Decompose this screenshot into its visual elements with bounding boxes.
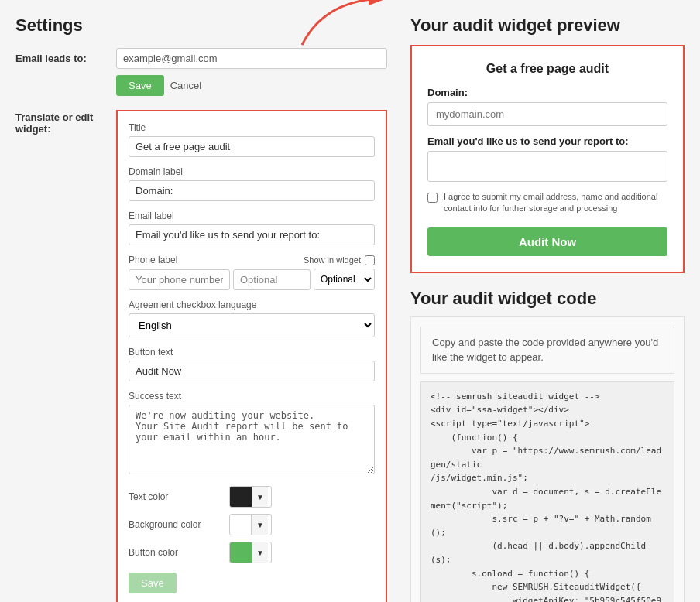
code-section-title: Your audit widget code [410,289,685,309]
button-color-row: Button color ▼ [129,542,375,563]
widget-email-input-box[interactable] [427,151,667,182]
button-color-label: Button color [129,547,229,558]
phone-input-row: Optional Required [129,269,375,290]
success-text-field-group: Success text We're now auditing your web… [129,391,375,477]
widget-domain-input[interactable] [427,102,667,126]
email-leads-label: Email leads to: [15,48,116,64]
bg-color-row: Background color ▼ [129,514,375,535]
widget-editor-box-wrap: Title Domain label Email label [116,107,387,602]
save-email-button[interactable]: Save [116,75,164,96]
title-field-input[interactable] [129,136,375,157]
title-field-group: Title [129,122,375,157]
agreement-lang-select[interactable]: English French German Spanish [129,313,375,337]
button-color-chevron[interactable]: ▼ [252,542,268,563]
agreement-lang-field-group: Agreement checkbox language English Fren… [129,299,375,337]
preview-section-title: Your audit widget preview [410,15,685,36]
title-field-label: Title [129,122,375,133]
show-in-widget-label: Show in widget [304,255,361,265]
domain-label-field-input[interactable] [129,180,375,201]
bg-color-chevron[interactable]: ▼ [252,515,268,535]
text-color-label: Text color [129,491,229,502]
code-description: Copy and paste the code provided anywher… [420,327,674,374]
text-color-chevron[interactable]: ▼ [252,487,268,507]
button-color-swatch [230,542,252,563]
email-leads-row: Email leads to: Save Cancel [15,48,387,96]
right-panel: Your audit widget preview Get a free pag… [410,15,685,602]
code-outer-box: Copy and paste the code provided anywher… [410,316,685,602]
text-color-picker[interactable]: ▼ [229,486,272,508]
phone-label-field-label: Phone label [129,255,177,265]
anywhere-text: anywhere [588,337,632,348]
email-label-field-input[interactable] [129,224,375,245]
text-color-row: Text color ▼ [129,486,375,508]
domain-label-field-label: Domain label [129,166,375,177]
code-block: <!-- semrush siteaudit widget --> <div i… [420,381,674,602]
email-label-field-label: Email label [129,210,375,221]
success-text-textarea[interactable]: We're now auditing your website. Your Si… [129,405,375,474]
phone-label-field-input[interactable] [129,269,230,290]
agreement-row: I agree to submit my email address, name… [427,191,667,215]
bg-color-picker[interactable]: ▼ [229,514,272,535]
button-color-picker[interactable]: ▼ [229,542,272,563]
widget-editor-box: Title Domain label Email label [116,110,387,602]
widget-preview-box: Get a free page audit Domain: Email you'… [410,45,685,273]
agreement-lang-field-label: Agreement checkbox language [129,299,375,310]
agreement-text: I agree to submit my email address, name… [444,191,667,215]
button-text-field-group: Button text [129,347,375,381]
save-bottom-wrap: Save [129,573,375,593]
save-widget-button[interactable]: Save [129,573,177,593]
page-title: Settings [15,15,387,36]
agreement-checkbox[interactable] [427,193,438,203]
text-color-swatch [230,487,252,507]
cancel-email-button[interactable]: Cancel [170,80,201,91]
domain-label-field-group: Domain label [129,166,375,201]
email-label-field-group: Email label [129,210,375,245]
audit-now-button[interactable]: Audit Now [427,227,667,256]
show-in-widget-checkbox[interactable] [365,255,375,265]
optional-select[interactable]: Optional Required [314,269,375,290]
button-text-field-input[interactable] [129,361,375,381]
widget-email-label: Email you'd like us to send your report … [427,135,667,147]
button-text-field-label: Button text [129,347,375,357]
phone-label-field-group: Phone label Show in widget Optional [129,255,375,290]
widget-preview-heading: Get a free page audit [427,62,667,76]
translate-label: Translate or edit widget: [15,107,116,135]
translate-row: Translate or edit widget: Title Domain l… [15,107,387,602]
optional-input[interactable] [233,269,311,290]
email-leads-control: Save Cancel [116,48,387,96]
bg-color-swatch [230,515,252,535]
success-text-field-label: Success text [129,391,375,402]
widget-domain-label: Domain: [427,87,667,98]
email-leads-input[interactable] [116,48,387,69]
left-panel: Settings Email leads to: Save Cancel Tra… [15,15,387,602]
bg-color-label: Background color [129,519,229,530]
